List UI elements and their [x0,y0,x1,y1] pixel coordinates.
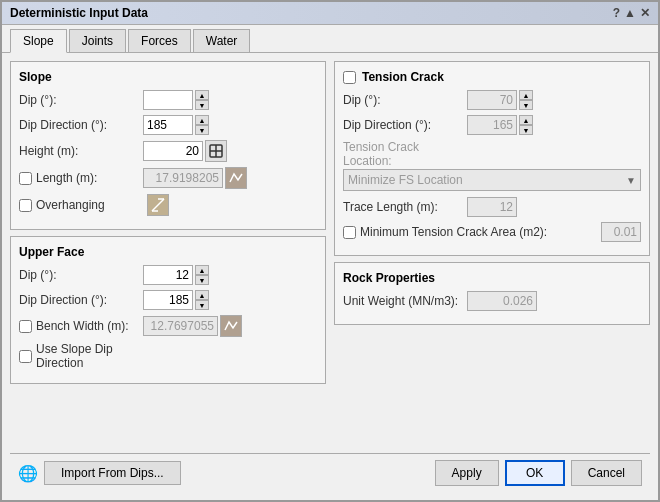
uf-dip-input[interactable] [143,265,193,285]
rock-properties-title: Rock Properties [343,271,641,285]
uf-bench-icon[interactable] [220,315,242,337]
overhanging-icon[interactable] [147,194,169,216]
tc-dip-spinner: ▲ ▼ [519,90,533,110]
uf-dip-spinner: ▲ ▼ [195,265,209,285]
uf-dip-up[interactable]: ▲ [195,265,209,275]
rock-unit-weight-row: Unit Weight (MN/m3): [343,291,641,311]
globe-icon: 🌐 [18,464,38,483]
slope-dip-label: Dip (°): [19,93,139,107]
footer-right: Apply OK Cancel [435,460,642,486]
slope-height-input[interactable] [143,141,203,161]
rock-unit-weight-input[interactable] [467,291,537,311]
slope-dip-value: ▲ ▼ [143,90,209,110]
slope-height-value [143,140,227,162]
tc-min-checkbox[interactable] [343,226,356,239]
tension-crack-checkbox[interactable] [343,71,356,84]
tc-dip-dir-down[interactable]: ▼ [519,125,533,135]
cancel-button[interactable]: Cancel [571,460,642,486]
uf-use-slope-text: Use Slope Dip Direction [36,342,139,370]
tension-crack-title: Tension Crack [362,70,444,84]
dialog: Deterministic Input Data ? ▲ ✕ Slope Joi… [0,0,660,502]
overhanging-row: Overhanging [19,194,317,216]
slope-length-checkbox[interactable] [19,172,32,185]
left-panel: Slope Dip (°): ▲ ▼ Dip Direction (°): [10,61,326,447]
slope-dip-dir-up[interactable]: ▲ [195,115,209,125]
uf-bench-input[interactable] [143,316,218,336]
footer: 🌐 Import From Dips... Apply OK Cancel [10,453,650,492]
slope-length-label: Length (m): [19,171,139,185]
tab-slope[interactable]: Slope [10,29,67,53]
tc-location-row: Tension Crack Location: [343,140,641,168]
uf-use-slope-label: Use Slope Dip Direction [19,342,139,370]
tc-trace-row: Trace Length (m): [343,197,641,217]
slope-height-icon[interactable] [205,140,227,162]
upper-face-title: Upper Face [19,245,317,259]
tc-dip-dir-label: Dip Direction (°): [343,118,463,132]
slope-dip-row: Dip (°): ▲ ▼ [19,90,317,110]
uf-dip-dir-down[interactable]: ▼ [195,300,209,310]
tc-location-select-row: Minimize FS Location ▼ [343,169,641,191]
tc-dip-value: ▲ ▼ [467,90,533,110]
import-button[interactable]: Import From Dips... [44,461,181,485]
slope-dip-dir-input[interactable] [143,115,193,135]
uf-bench-value [143,315,242,337]
tc-trace-input[interactable] [467,197,517,217]
title-controls: ? ▲ ✕ [613,6,650,20]
tc-trace-label: Trace Length (m): [343,200,463,214]
rock-unit-weight-label: Unit Weight (MN/m3): [343,294,463,308]
ok-button[interactable]: OK [505,460,565,486]
slope-length-input[interactable] [143,168,223,188]
uf-bench-row: Bench Width (m): [19,315,317,337]
uf-use-slope-checkbox[interactable] [19,350,32,363]
slope-dip-dir-label: Dip Direction (°): [19,118,139,132]
tension-crack-header: Tension Crack [343,70,641,84]
help-icon[interactable]: ? [613,6,620,20]
slope-dip-up[interactable]: ▲ [195,90,209,100]
slope-dip-dir-spinner: ▲ ▼ [195,115,209,135]
tab-water[interactable]: Water [193,29,251,52]
tc-location-select[interactable]: Minimize FS Location ▼ [343,169,641,191]
tc-dip-input[interactable] [467,90,517,110]
upper-face-group: Upper Face Dip (°): ▲ ▼ Dip Direction [10,236,326,384]
overhanging-label: Overhanging [19,198,139,212]
slope-dip-dir-row: Dip Direction (°): ▲ ▼ [19,115,317,135]
uf-bench-label: Bench Width (m): [19,319,139,333]
uf-dip-dir-up[interactable]: ▲ [195,290,209,300]
uf-dip-dir-row: Dip Direction (°): ▲ ▼ [19,290,317,310]
tc-location-arrow: ▼ [626,175,636,186]
uf-dip-row: Dip (°): ▲ ▼ [19,265,317,285]
overhanging-checkbox[interactable] [19,199,32,212]
tc-dip-dir-spinner: ▲ ▼ [519,115,533,135]
uf-dip-down[interactable]: ▼ [195,275,209,285]
close-icon[interactable]: ✕ [640,6,650,20]
tc-dip-row: Dip (°): ▲ ▼ [343,90,641,110]
slope-height-label: Height (m): [19,144,139,158]
tc-dip-dir-up[interactable]: ▲ [519,115,533,125]
tc-dip-down[interactable]: ▼ [519,100,533,110]
slope-group: Slope Dip (°): ▲ ▼ Dip Direction (°): [10,61,326,230]
tab-forces[interactable]: Forces [128,29,191,52]
minimize-icon[interactable]: ▲ [624,6,636,20]
tension-crack-group: Tension Crack Dip (°): ▲ ▼ [334,61,650,256]
rock-properties-group: Rock Properties Unit Weight (MN/m3): [334,262,650,325]
slope-length-value [143,167,247,189]
tc-min-input[interactable] [601,222,641,242]
tc-dip-label: Dip (°): [343,93,463,107]
uf-dip-dir-label: Dip Direction (°): [19,293,139,307]
slope-dip-down[interactable]: ▼ [195,100,209,110]
uf-dip-dir-input[interactable] [143,290,193,310]
right-panel: Tension Crack Dip (°): ▲ ▼ [334,61,650,447]
main-content: Slope Dip (°): ▲ ▼ Dip Direction (°): [2,53,658,500]
apply-button[interactable]: Apply [435,460,499,486]
slope-group-title: Slope [19,70,317,84]
tc-dip-dir-input[interactable] [467,115,517,135]
tab-joints[interactable]: Joints [69,29,126,52]
tc-dip-up[interactable]: ▲ [519,90,533,100]
slope-dip-input[interactable] [143,90,193,110]
tc-min-label: Minimum Tension Crack Area (m2): [343,225,597,239]
uf-bench-text: Bench Width (m): [36,319,129,333]
uf-bench-checkbox[interactable] [19,320,32,333]
slope-length-icon[interactable] [225,167,247,189]
svg-line-3 [152,199,164,211]
slope-dip-dir-down[interactable]: ▼ [195,125,209,135]
